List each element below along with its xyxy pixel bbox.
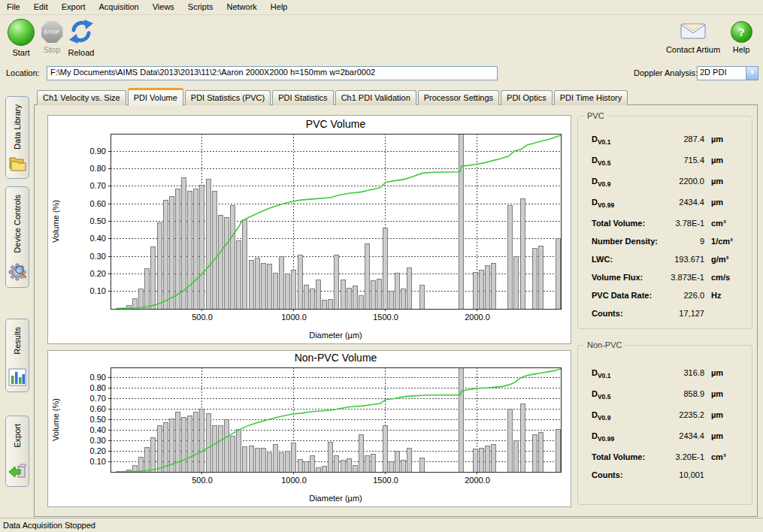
sidebar-item-device-controls[interactable]: Device Controls bbox=[5, 186, 29, 288]
stat-label: DV0.9 bbox=[592, 177, 610, 188]
doppler-analysis-label: Doppler Analysis: bbox=[634, 68, 698, 77]
contact-artium-button-label: Contact Artium bbox=[666, 45, 720, 54]
stat-unit: µm bbox=[711, 198, 744, 207]
stat-row-lwc: LWC:193.671g/m³ bbox=[578, 255, 752, 273]
mail-icon bbox=[679, 19, 707, 43]
stat-label: Total Volume: bbox=[592, 452, 645, 461]
sidebar-item-label: Data Library bbox=[13, 104, 22, 150]
tab-pdi-time-history[interactable]: PDI Time History bbox=[554, 90, 628, 105]
doppler-analysis-select[interactable]: 2D PDI ▼ bbox=[697, 66, 758, 80]
stat-unit: cm/s bbox=[711, 273, 744, 282]
stop-button[interactable]: STOPStop bbox=[38, 19, 66, 54]
svg-text:0.90: 0.90 bbox=[90, 373, 106, 382]
location-label: Location: bbox=[6, 68, 40, 77]
stat-unit: µm bbox=[711, 368, 744, 377]
svg-text:0.90: 0.90 bbox=[90, 147, 106, 156]
stat-label-main: Counts: bbox=[592, 309, 623, 318]
folder-icon bbox=[8, 155, 27, 174]
tab-pdi-optics[interactable]: PDI Optics bbox=[501, 90, 553, 105]
svg-text:0.50: 0.50 bbox=[90, 216, 106, 225]
stat-value: 2434.4 bbox=[658, 431, 704, 440]
stat-unit: µm bbox=[711, 389, 744, 398]
menu-item-export[interactable]: Export bbox=[55, 1, 92, 14]
sidebar-item-export[interactable]: Export bbox=[5, 416, 29, 487]
menu-item-file[interactable]: File bbox=[0, 1, 27, 14]
stat-label-subscript: V0.5 bbox=[598, 159, 611, 167]
menu-item-scripts[interactable]: Scripts bbox=[181, 1, 220, 14]
stat-row-number-density: Number Density:91/cm³ bbox=[578, 237, 752, 255]
stat-label-subscript: V0.9 bbox=[598, 414, 611, 422]
svg-text:0.20: 0.20 bbox=[90, 269, 106, 278]
stat-value: 10,001 bbox=[658, 470, 704, 479]
svg-text:0.40: 0.40 bbox=[90, 234, 106, 243]
stat-value: 287.4 bbox=[658, 135, 704, 144]
stat-value: 858.9 bbox=[658, 389, 704, 398]
stat-label-subscript: V0.9 bbox=[598, 180, 611, 188]
svg-text:0.40: 0.40 bbox=[90, 425, 106, 434]
export-icon bbox=[8, 463, 27, 482]
chevron-down-icon[interactable]: ▼ bbox=[746, 67, 758, 80]
status-bar: Data Acquisition Stopped bbox=[0, 518, 763, 532]
svg-text:1000.0: 1000.0 bbox=[281, 313, 307, 322]
menu-item-acquisition[interactable]: Acquisition bbox=[92, 1, 146, 14]
stat-unit: Hz bbox=[711, 291, 744, 300]
stat-value: 17,127 bbox=[658, 309, 704, 318]
stat-value: 3.20E-1 bbox=[658, 452, 704, 461]
start-button-label: Start bbox=[12, 48, 29, 57]
contact-artium-button[interactable]: Contact Artium bbox=[660, 19, 726, 54]
stat-unit: 1/cm³ bbox=[711, 237, 744, 246]
non-pvc-volume-chart-panel: 0.100.200.300.400.500.600.700.800.90500.… bbox=[47, 350, 571, 507]
menu-item-help[interactable]: Help bbox=[264, 1, 295, 14]
svg-text:0.30: 0.30 bbox=[90, 252, 106, 261]
tab-ch1-pdi-validation[interactable]: Ch1 PDI Validation bbox=[335, 90, 416, 105]
svg-text:Diameter (µm): Diameter (µm) bbox=[309, 494, 362, 503]
stat-label: PVC Data Rate: bbox=[592, 291, 652, 300]
stat-label: LWC: bbox=[592, 255, 613, 264]
tab-processor-settings[interactable]: Processor Settings bbox=[418, 90, 499, 105]
tab-pdi-volume[interactable]: PDI Volume bbox=[128, 88, 183, 106]
menu-bar: FileEditExportAcquisitionViewsScriptsNet… bbox=[0, 0, 763, 15]
tab-pdi-statistics[interactable]: PDI Statistics bbox=[272, 90, 333, 105]
stat-value: 226.0 bbox=[658, 291, 704, 300]
svg-text:2000.0: 2000.0 bbox=[465, 476, 490, 485]
svg-text:Diameter (µm): Diameter (µm) bbox=[309, 331, 362, 340]
sidebar-item-results[interactable]: Results bbox=[5, 319, 29, 392]
stat-label-main: Volume Flux: bbox=[592, 273, 643, 282]
sidebar-item-data-library[interactable]: Data Library bbox=[5, 96, 29, 179]
pvc-volume-chart: 0.100.200.300.400.500.600.700.800.90500.… bbox=[48, 116, 571, 343]
stat-label-subscript: V0.99 bbox=[598, 435, 614, 443]
stat-label-main: D bbox=[592, 156, 598, 165]
stat-label-subscript: V0.5 bbox=[598, 393, 611, 401]
svg-text:0.80: 0.80 bbox=[90, 383, 106, 392]
stat-unit: µm bbox=[711, 431, 744, 440]
stat-label-main: Number Density: bbox=[592, 237, 658, 246]
menu-item-views[interactable]: Views bbox=[146, 1, 181, 14]
stat-row-d-v0-99: DV0.992434.4µm bbox=[578, 431, 752, 452]
location-input[interactable]: F:\My Documents\AIMS Data\2013\2013\11\2… bbox=[47, 66, 498, 80]
stat-label-main: D bbox=[592, 410, 598, 419]
stat-row-pvc-data-rate: PVC Data Rate:226.0Hz bbox=[578, 291, 752, 309]
aims-application-window: FileEditExportAcquisitionViewsScriptsNet… bbox=[0, 0, 763, 532]
help-button[interactable]: ?Help bbox=[728, 19, 755, 54]
tab-ch1-velocity-vs-size[interactable]: Ch1 Velocity vs. Size bbox=[37, 90, 126, 105]
tab-pdi-statistics-pvc[interactable]: PDI Statistics (PVC) bbox=[185, 90, 271, 105]
stat-row-d-v0-5: DV0.5715.4µm bbox=[578, 156, 752, 177]
stat-label-main: D bbox=[592, 177, 598, 186]
svg-text:0.60: 0.60 bbox=[90, 404, 106, 413]
stat-value: 316.8 bbox=[658, 368, 704, 377]
svg-text:0.60: 0.60 bbox=[90, 199, 106, 208]
menu-item-network[interactable]: Network bbox=[220, 1, 263, 14]
stat-label: Counts: bbox=[592, 470, 623, 479]
stat-label: Volume Flux: bbox=[592, 273, 643, 282]
stat-label-main: D bbox=[592, 135, 598, 144]
stat-label: Number Density: bbox=[592, 237, 658, 246]
stat-label-subscript: V0.1 bbox=[598, 138, 611, 146]
stat-value: 3.873E-1 bbox=[658, 273, 704, 282]
non-pvc-volume-chart: 0.100.200.300.400.500.600.700.800.90500.… bbox=[48, 351, 571, 506]
menu-item-edit[interactable]: Edit bbox=[27, 1, 55, 14]
start-icon bbox=[8, 19, 35, 46]
reload-button[interactable]: Reload bbox=[63, 19, 99, 57]
stat-label: DV0.1 bbox=[592, 368, 610, 379]
stat-label-subscript: V0.1 bbox=[598, 372, 611, 379]
start-button[interactable]: Start bbox=[6, 19, 36, 57]
